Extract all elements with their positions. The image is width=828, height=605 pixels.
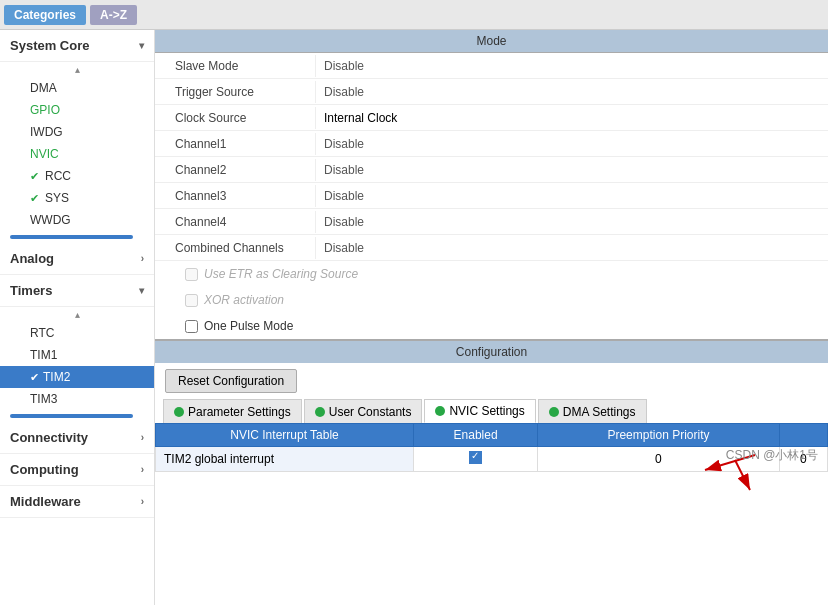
nvic-settings-label: NVIC Settings xyxy=(449,404,524,418)
channel2-label: Channel2 xyxy=(155,159,315,181)
sidebar-item-tim1[interactable]: TIM1 xyxy=(0,344,154,366)
use-etr-label: Use ETR as Clearing Source xyxy=(204,267,358,281)
tab-parameter-settings[interactable]: Parameter Settings xyxy=(163,399,302,423)
sidebar-item-wwdg[interactable]: WWDG xyxy=(0,209,154,231)
content-area: Mode Slave Mode Disable Trigger Source D… xyxy=(155,30,828,605)
trigger-source-value[interactable]: Disable xyxy=(315,81,828,103)
config-section: Configuration xyxy=(155,339,828,363)
tim2-label: TIM2 xyxy=(43,370,70,384)
use-etr-checkbox[interactable] xyxy=(185,268,198,281)
nvic-enabled-checkbox[interactable] xyxy=(469,451,482,464)
xor-label: XOR activation xyxy=(204,293,284,307)
sidebar-item-nvic[interactable]: NVIC xyxy=(0,143,154,165)
timers-header[interactable]: Timers ▾ xyxy=(0,275,154,307)
wwdg-label: WWDG xyxy=(30,213,71,227)
tab-dma-settings[interactable]: DMA Settings xyxy=(538,399,647,423)
channel3-label: Channel3 xyxy=(155,185,315,207)
config-header: Configuration xyxy=(155,341,828,363)
nvic-col-enabled: Enabled xyxy=(414,424,538,447)
clock-source-label: Clock Source xyxy=(155,107,315,129)
sidebar-item-sys[interactable]: ✔SYS xyxy=(0,187,154,209)
combined-channels-label: Combined Channels xyxy=(155,237,315,259)
nvic-table-container: NVIC Interrupt Table Enabled Preemption … xyxy=(155,423,828,472)
sidebar-item-gpio[interactable]: GPIO xyxy=(0,99,154,121)
rcc-check-icon: ✔ xyxy=(30,170,39,183)
sidebar-item-dma[interactable]: DMA xyxy=(0,77,154,99)
connectivity-header[interactable]: Connectivity › xyxy=(0,422,154,454)
channel3-row: Channel3 Disable xyxy=(155,183,828,209)
system-core-header[interactable]: System Core ▾ xyxy=(0,30,154,62)
dma-settings-icon xyxy=(549,407,559,417)
sidebar-item-tim3[interactable]: TIM3 xyxy=(0,388,154,410)
timers-scroll-up[interactable]: ▴ xyxy=(0,307,154,322)
channel1-label: Channel1 xyxy=(155,133,315,155)
nvic-col-name: NVIC Interrupt Table xyxy=(156,424,414,447)
analog-section: Analog › xyxy=(0,243,154,275)
categories-button[interactable]: Categories xyxy=(4,5,86,25)
clock-source-row: Clock Source Internal Clock xyxy=(155,105,828,131)
reset-config-button[interactable]: Reset Configuration xyxy=(165,369,297,393)
mode-title: Mode xyxy=(476,34,506,48)
nvic-row-name: TIM2 global interrupt xyxy=(156,447,414,472)
analog-label: Analog xyxy=(10,251,54,266)
channel1-value[interactable]: Disable xyxy=(315,133,828,155)
sidebar-item-tim2[interactable]: ✔ TIM2 xyxy=(0,366,154,388)
middleware-section: Middleware › xyxy=(0,486,154,518)
scroll-up-arrow[interactable]: ▴ xyxy=(0,62,154,77)
timers-chevron: ▾ xyxy=(139,285,144,296)
computing-section: Computing › xyxy=(0,454,154,486)
tab-user-constants[interactable]: User Constants xyxy=(304,399,423,423)
timers-divider xyxy=(10,414,133,418)
watermark: CSDN @小林1号 xyxy=(726,447,818,464)
user-constants-icon xyxy=(315,407,325,417)
analog-header[interactable]: Analog › xyxy=(0,243,154,275)
sidebar-item-iwdg[interactable]: IWDG xyxy=(0,121,154,143)
one-pulse-label: One Pulse Mode xyxy=(204,319,293,333)
one-pulse-row: One Pulse Mode xyxy=(155,313,828,339)
combined-channels-value[interactable]: Disable xyxy=(315,237,828,259)
connectivity-section: Connectivity › xyxy=(0,422,154,454)
middleware-header[interactable]: Middleware › xyxy=(0,486,154,518)
connectivity-chevron: › xyxy=(141,432,144,443)
slave-mode-row: Slave Mode Disable xyxy=(155,53,828,79)
xor-checkbox[interactable] xyxy=(185,294,198,307)
tab-nvic-settings[interactable]: NVIC Settings xyxy=(424,399,535,423)
sidebar-item-rcc[interactable]: ✔RCC xyxy=(0,165,154,187)
clock-source-value[interactable]: Internal Clock xyxy=(315,107,828,129)
az-button[interactable]: A->Z xyxy=(90,5,137,25)
channel2-row: Channel2 Disable xyxy=(155,157,828,183)
xor-row: XOR activation xyxy=(155,287,828,313)
connectivity-label: Connectivity xyxy=(10,430,88,445)
computing-label: Computing xyxy=(10,462,79,477)
rcc-label: RCC xyxy=(45,169,71,183)
one-pulse-checkbox[interactable] xyxy=(185,320,198,333)
nvic-settings-icon xyxy=(435,406,445,416)
computing-header[interactable]: Computing › xyxy=(0,454,154,486)
sys-label: SYS xyxy=(45,191,69,205)
dma-settings-label: DMA Settings xyxy=(563,405,636,419)
combined-channels-row: Combined Channels Disable xyxy=(155,235,828,261)
dma-label: DMA xyxy=(30,81,57,95)
nvic-row-enabled[interactable] xyxy=(414,447,538,472)
computing-chevron: › xyxy=(141,464,144,475)
sys-check-icon: ✔ xyxy=(30,192,39,205)
nvic-col-priority: Preemption Priority xyxy=(538,424,780,447)
channel4-row: Channel4 Disable xyxy=(155,209,828,235)
channel4-value[interactable]: Disable xyxy=(315,211,828,233)
config-title: Configuration xyxy=(456,345,527,359)
use-etr-row: Use ETR as Clearing Source xyxy=(155,261,828,287)
trigger-source-label: Trigger Source xyxy=(155,81,315,103)
mode-section-header: Mode xyxy=(155,30,828,53)
sidebar-item-rtc[interactable]: RTC xyxy=(0,322,154,344)
tim1-label: TIM1 xyxy=(30,348,57,362)
channel3-value[interactable]: Disable xyxy=(315,185,828,207)
nvic-label: NVIC xyxy=(30,147,59,161)
rtc-label: RTC xyxy=(30,326,54,340)
iwdg-label: IWDG xyxy=(30,125,63,139)
timers-label: Timers xyxy=(10,283,52,298)
channel2-value[interactable]: Disable xyxy=(315,159,828,181)
user-constants-label: User Constants xyxy=(329,405,412,419)
trigger-source-row: Trigger Source Disable xyxy=(155,79,828,105)
slave-mode-value[interactable]: Disable xyxy=(315,55,828,77)
gpio-label: GPIO xyxy=(30,103,60,117)
